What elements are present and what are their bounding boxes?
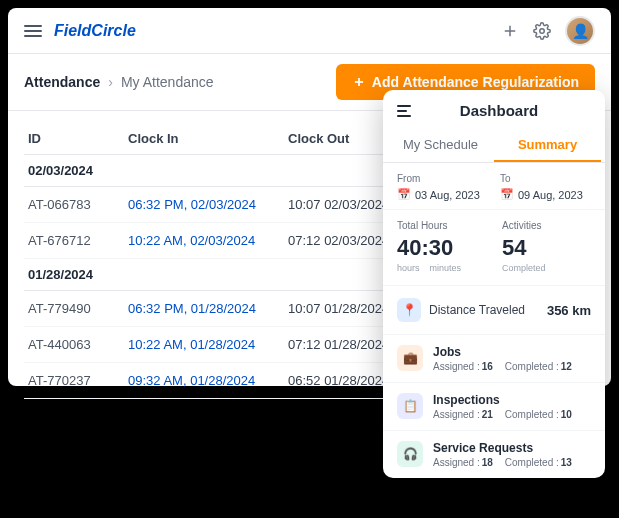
cell-clock-in: 09:32 AM, 01/28/2024 bbox=[128, 373, 288, 388]
tab-my-schedule[interactable]: My Schedule bbox=[387, 129, 494, 162]
cell-id: AT-440063 bbox=[28, 337, 128, 352]
total-hours-label: Total Hours bbox=[397, 220, 486, 231]
dashboard-title: Dashboard bbox=[407, 102, 591, 119]
distance-row: 📍 Distance Traveled 356 km bbox=[383, 286, 605, 335]
service-requests-row[interactable]: 🎧 Service Requests Assigned :18 Complete… bbox=[383, 431, 605, 478]
minutes-unit: minutes bbox=[430, 263, 462, 273]
hours-unit: hours bbox=[397, 263, 420, 273]
jobs-title: Jobs bbox=[433, 345, 591, 359]
from-value: 03 Aug, 2023 bbox=[415, 189, 480, 201]
service-requests-title: Service Requests bbox=[433, 441, 591, 455]
from-label: From bbox=[397, 173, 488, 184]
breadcrumb: Attendance › My Attendance bbox=[24, 74, 214, 90]
inspections-title: Inspections bbox=[433, 393, 591, 407]
header-left: FieldCircle bbox=[24, 22, 136, 40]
briefcase-icon: 💼 bbox=[397, 345, 423, 371]
dashboard-tabs: My Schedule Summary bbox=[383, 129, 605, 163]
cell-clock-in: 10:22 AM, 01/28/2024 bbox=[128, 337, 288, 352]
stats-row: Total Hours 40:30 hoursminutes Activitie… bbox=[383, 210, 605, 286]
distance-value: 356 km bbox=[547, 303, 591, 318]
jobs-row[interactable]: 💼 Jobs Assigned :16 Completed :12 bbox=[383, 335, 605, 383]
col-clock-in: Clock In bbox=[128, 131, 288, 146]
calendar-icon: 📅 bbox=[397, 188, 411, 201]
top-header: FieldCircle 👤 bbox=[8, 8, 611, 54]
calendar-icon: 📅 bbox=[500, 188, 514, 201]
headset-icon: 🎧 bbox=[397, 441, 423, 467]
total-hours: Total Hours 40:30 hoursminutes bbox=[397, 220, 486, 273]
total-hours-value: 40:30 bbox=[397, 235, 486, 261]
activities-sub: Completed bbox=[502, 263, 546, 273]
cell-id: AT-066783 bbox=[28, 197, 128, 212]
activities: Activities 54 Completed bbox=[502, 220, 591, 273]
plus-icon[interactable] bbox=[501, 22, 519, 40]
dashboard-panel: Dashboard My Schedule Summary From 📅03 A… bbox=[383, 90, 605, 478]
cell-id: AT-770237 bbox=[28, 373, 128, 388]
activities-label: Activities bbox=[502, 220, 591, 231]
clipboard-icon: 📋 bbox=[397, 393, 423, 419]
hamburger-menu-icon[interactable] bbox=[24, 25, 42, 37]
inspections-row[interactable]: 📋 Inspections Assigned :21 Completed :10 bbox=[383, 383, 605, 431]
activities-value: 54 bbox=[502, 235, 591, 261]
col-id: ID bbox=[28, 131, 128, 146]
dashboard-header: Dashboard bbox=[383, 90, 605, 129]
header-right: 👤 bbox=[501, 16, 595, 46]
gear-icon[interactable] bbox=[533, 22, 551, 40]
chevron-right-icon: › bbox=[108, 74, 113, 90]
breadcrumb-root[interactable]: Attendance bbox=[24, 74, 100, 90]
date-to[interactable]: To 📅09 Aug, 2023 bbox=[500, 173, 591, 201]
avatar[interactable]: 👤 bbox=[565, 16, 595, 46]
date-range: From 📅03 Aug, 2023 To 📅09 Aug, 2023 bbox=[383, 163, 605, 210]
breadcrumb-current: My Attendance bbox=[121, 74, 214, 90]
cell-clock-in: 06:32 PM, 02/03/2024 bbox=[128, 197, 288, 212]
tab-summary[interactable]: Summary bbox=[494, 129, 601, 162]
cell-id: AT-676712 bbox=[28, 233, 128, 248]
logo: FieldCircle bbox=[54, 22, 136, 40]
to-label: To bbox=[500, 173, 591, 184]
to-value: 09 Aug, 2023 bbox=[518, 189, 583, 201]
date-from[interactable]: From 📅03 Aug, 2023 bbox=[397, 173, 488, 201]
cell-clock-in: 10:22 AM, 02/03/2024 bbox=[128, 233, 288, 248]
cell-clock-in: 06:32 PM, 01/28/2024 bbox=[128, 301, 288, 316]
map-pin-icon: 📍 bbox=[397, 298, 421, 322]
distance-label: Distance Traveled bbox=[429, 303, 539, 317]
cell-id: AT-779490 bbox=[28, 301, 128, 316]
svg-point-2 bbox=[540, 28, 545, 33]
add-button-label: Add Attendance Regularization bbox=[372, 74, 579, 90]
